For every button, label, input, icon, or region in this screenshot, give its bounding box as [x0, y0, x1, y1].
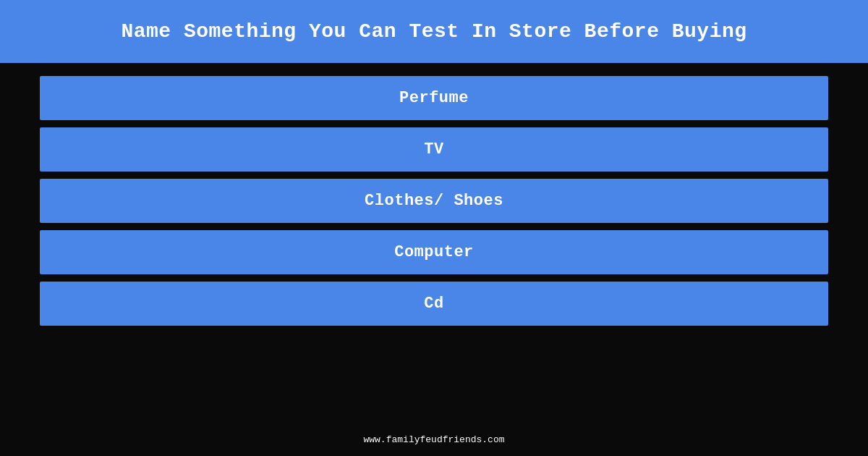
answer-row-5[interactable]: Cd [40, 282, 828, 326]
footer: www.familyfeudfriends.com [0, 433, 868, 446]
answer-row-1[interactable]: Perfume [40, 76, 828, 120]
answers-list: Perfume TV Clothes/ Shoes Computer Cd [0, 63, 868, 339]
header: Name Something You Can Test In Store Bef… [0, 0, 868, 63]
answer-label-3: Clothes/ Shoes [365, 192, 503, 210]
answer-row-4[interactable]: Computer [40, 230, 828, 274]
answer-row-2[interactable]: TV [40, 127, 828, 172]
footer-url: www.familyfeudfriends.com [363, 434, 504, 445]
answer-row-3[interactable]: Clothes/ Shoes [40, 179, 828, 223]
page-title: Name Something You Can Test In Store Bef… [121, 20, 746, 43]
answer-label-5: Cd [424, 295, 443, 313]
answer-label-1: Perfume [399, 89, 469, 107]
answer-label-4: Computer [394, 243, 474, 261]
answer-label-2: TV [424, 140, 443, 159]
